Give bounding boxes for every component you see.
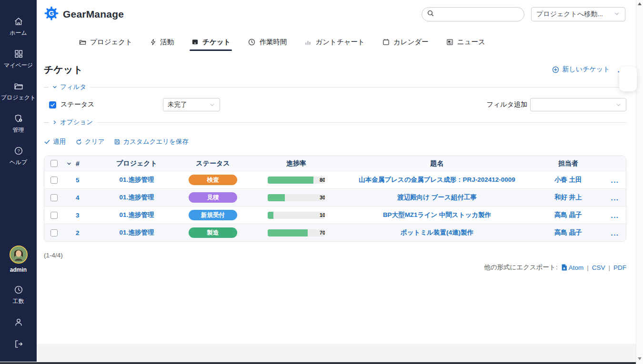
row-checkbox[interactable] <box>50 177 58 184</box>
chevron-down-icon <box>615 102 622 108</box>
tab-projects[interactable]: プロジェクト <box>79 29 132 55</box>
subject-link[interactable]: 山本金属プレスの金属プレス成形：PRJ-202412-0009 <box>359 176 515 184</box>
sidebar-item-account[interactable] <box>13 317 24 327</box>
sidebar-item-projects[interactable]: プロジェクト <box>1 81 36 102</box>
tab-gantt[interactable]: ガントチャート <box>304 29 365 55</box>
header-options-chevron[interactable] <box>63 161 75 167</box>
header-status[interactable]: ステータス <box>175 159 251 168</box>
home-icon <box>13 16 24 27</box>
sidebar-item-kosu[interactable]: 工数 <box>13 285 24 305</box>
ticket-id-link[interactable]: 4 <box>76 194 80 201</box>
divider <box>90 87 626 88</box>
scroll-up-arrow-icon[interactable] <box>638 2 642 5</box>
progress-label: 30% <box>296 194 325 201</box>
vertical-scrollbar[interactable] <box>636 0 643 364</box>
scroll-down-arrow-icon[interactable] <box>638 357 642 360</box>
add-filter-group: フィルタ追加 <box>487 98 626 111</box>
collapsed-side-panel[interactable] <box>619 67 637 91</box>
tabbar: プロジェクト 活動 チケット 作業時間 ガントチャート カレンダー <box>37 29 636 55</box>
gear-logo-icon: G <box>44 6 59 23</box>
project-link[interactable]: 01.進捗管理 <box>120 228 154 237</box>
sidebar-item-mypage[interactable]: マイページ <box>4 49 33 69</box>
assignee-link[interactable]: 小春 土田 <box>554 176 582 184</box>
project-link[interactable]: 01.進捗管理 <box>120 176 154 184</box>
sidebar-item-admin[interactable]: 管理 <box>13 113 24 134</box>
header-project[interactable]: プロジェクト <box>99 159 175 168</box>
project-link[interactable]: 01.進捗管理 <box>120 193 154 202</box>
save-query-button[interactable]: カスタムクエリを保存 <box>114 138 189 146</box>
sidebar-bottom-group: admin 工数 <box>10 246 28 362</box>
ticket-id-link[interactable]: 3 <box>76 212 80 219</box>
ticket-id-link[interactable]: 5 <box>76 177 80 184</box>
separator: | <box>587 264 589 271</box>
table-row: 2 01.進捗管理 製造 70% ポットミル装置(4連)製作 高島 晶子 ... <box>44 224 626 241</box>
row-more-button[interactable]: ... <box>611 176 619 184</box>
user-profile[interactable]: admin <box>10 246 28 273</box>
tab-label: プロジェクト <box>90 38 132 47</box>
header-progress[interactable]: 進捗率 <box>251 159 342 168</box>
help-icon: ? <box>13 146 24 156</box>
subject-link[interactable]: BP大型MZ1ライン 中間ストッカ製作 <box>383 211 491 219</box>
refresh-icon <box>75 138 82 146</box>
tab-calendar[interactable]: カレンダー <box>382 29 429 55</box>
row-checkbox[interactable] <box>50 194 58 201</box>
ticket-id-link[interactable]: 2 <box>76 229 80 236</box>
row-more-button[interactable]: ... <box>611 229 619 237</box>
row-checkbox[interactable] <box>50 212 58 219</box>
tab-tickets[interactable]: チケット <box>191 29 231 55</box>
svg-text:G: G <box>49 9 54 17</box>
select-all-checkbox[interactable] <box>50 160 58 167</box>
status-value-select[interactable]: 未完了 <box>163 98 220 111</box>
tab-news[interactable]: ニュース <box>446 29 485 55</box>
header-assignee[interactable]: 担当者 <box>532 159 604 168</box>
person-icon <box>13 317 24 327</box>
assignee-link[interactable]: 和好 井上 <box>554 193 582 202</box>
progress-bar: 80% <box>268 177 325 184</box>
sidebar-item-home[interactable]: ホーム <box>10 16 27 37</box>
add-filter-select[interactable] <box>530 98 626 111</box>
sidebar-item-label: ヘルプ <box>10 158 27 167</box>
sidebar-top-group: ホーム マイページ プロジェクト 管理 <box>1 0 36 167</box>
chevron-down-icon <box>66 161 72 167</box>
options-section-toggle[interactable]: オプション <box>52 118 93 127</box>
row-checkbox[interactable] <box>50 229 58 236</box>
search-box[interactable] <box>422 7 524 21</box>
calendar-icon <box>382 38 390 46</box>
project-jump-select[interactable]: プロジェクトへ移動... <box>531 7 625 21</box>
page-title: チケット <box>44 63 83 76</box>
status-filter-group: ステータス <box>49 100 163 109</box>
export-pdf-link[interactable]: PDF <box>613 264 626 271</box>
filter-section-toggle[interactable]: フィルタ <box>52 83 86 91</box>
pagination-range: (1-4/4) <box>44 252 626 259</box>
clear-button[interactable]: クリア <box>75 138 104 146</box>
header-id[interactable]: # <box>75 160 99 167</box>
status-checkbox[interactable] <box>49 101 56 108</box>
clear-label: クリア <box>85 138 104 146</box>
chevron-down-icon <box>209 102 215 108</box>
subject-link[interactable]: ポットミル装置(4連)製作 <box>401 228 473 237</box>
search-icon <box>427 10 434 19</box>
row-more-button[interactable]: ... <box>611 194 619 202</box>
project-link[interactable]: 01.進捗管理 <box>120 211 154 219</box>
sidebar-item-logout[interactable] <box>13 339 24 349</box>
new-ticket-button[interactable]: 新しいチケット <box>552 65 610 74</box>
assignee-link[interactable]: 高島 晶子 <box>554 211 582 219</box>
sidebar-item-help[interactable]: ? ヘルプ <box>10 146 27 167</box>
row-more-button[interactable]: ... <box>611 211 619 219</box>
check-icon <box>50 102 55 108</box>
tab-worktime[interactable]: 作業時間 <box>248 29 287 55</box>
export-csv-link[interactable]: CSV <box>592 264 605 271</box>
export-atom-link[interactable]: a Atom <box>561 264 584 271</box>
tab-label: 活動 <box>160 38 174 47</box>
header-subject[interactable]: 題名 <box>342 159 532 168</box>
assignee-link[interactable]: 高島 晶子 <box>554 228 582 237</box>
brand[interactable]: G GearManage <box>44 6 124 23</box>
folder-icon <box>13 81 24 91</box>
apply-button[interactable]: 適用 <box>44 138 66 146</box>
main-area: G GearManage プロジェクトへ移動... <box>37 0 636 362</box>
save-query-label: カスタムクエリを保存 <box>123 138 189 146</box>
search-input[interactable] <box>437 11 521 18</box>
svg-text:a: a <box>563 266 565 270</box>
subject-link[interactable]: 渡辺殿向け ブース組付工事 <box>397 193 477 202</box>
tab-activity[interactable]: 活動 <box>150 29 174 55</box>
